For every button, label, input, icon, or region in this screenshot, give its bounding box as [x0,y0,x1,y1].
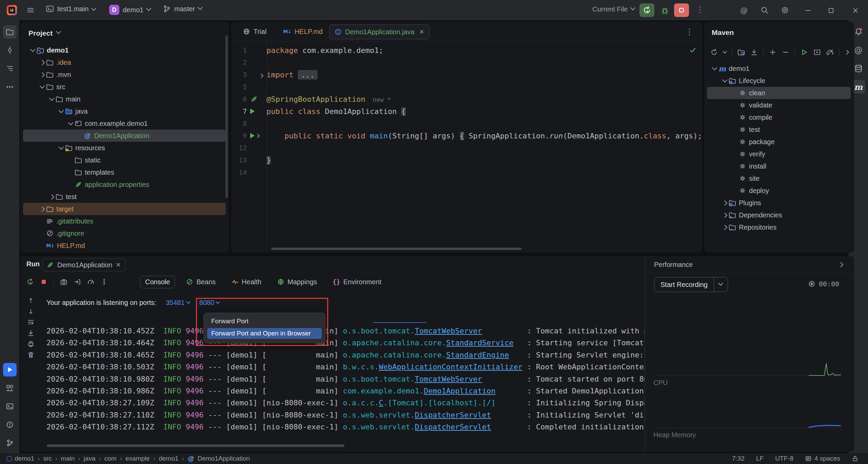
maven-item-plugins[interactable]: Plugins [704,197,761,209]
structure-icon[interactable] [3,62,17,75]
up-icon[interactable]: ↑ [28,297,34,304]
project-scrollbar[interactable] [225,35,228,198]
maven-item-dependencies[interactable]: Dependencies [704,209,782,221]
tab-close-icon[interactable]: ✕ [419,28,424,36]
tree-item-target[interactable]: target [20,203,74,215]
tree-item-demo1application[interactable]: Demo1Application [20,130,149,142]
commit-icon[interactable] [3,43,17,57]
maven-item-clean[interactable]: clean [704,87,765,99]
debug-icon[interactable] [660,6,669,15]
maven-item-repositories[interactable]: Repositories [704,221,776,233]
stop-button[interactable] [674,3,689,17]
add-icon[interactable] [769,49,776,56]
refresh-icon[interactable] [710,49,718,56]
tree-item-resources[interactable]: resources [20,142,105,154]
project-panel-header[interactable]: Project [28,29,60,37]
more-v-icon[interactable]: ⋮ [101,278,107,286]
maven-item-verify[interactable]: verify [704,148,765,160]
reload-projects-icon[interactable] [737,49,745,56]
start-recording-button[interactable]: Start Recording [654,277,728,292]
more-actions-icon[interactable]: ⋮ [696,5,704,14]
breadcrumb-item[interactable]: example [125,455,150,462]
tree-item-help-md[interactable]: M↓HELP.md [20,239,85,252]
execute-goal-icon[interactable] [813,49,821,56]
performance-expand-icon[interactable] [838,262,844,268]
menu-item-forward-port[interactable]: Forward Port [207,316,322,327]
gauge-icon[interactable] [87,278,95,286]
offline-mode-icon[interactable] [826,49,834,56]
close-icon[interactable] [852,7,859,14]
tree-item--gitignore[interactable]: .gitignore [20,227,84,239]
run-widget[interactable]: D demo1 [109,5,151,15]
more-icon[interactable]: ⋯ [3,80,17,94]
breadcrumb-item[interactable]: com [104,455,117,462]
maven-item-lifecycle[interactable]: Lifecycle [704,75,765,87]
maven-item-deploy[interactable]: deploy [704,185,769,197]
services-icon[interactable] [3,381,17,395]
stop-icon[interactable] [40,278,47,286]
tree-item-static[interactable]: static [20,154,101,166]
tree-item-com-example-demo1[interactable]: com.example.demo1 [20,117,148,130]
search-icon[interactable] [761,6,769,14]
breadcrumb-item[interactable]: java [84,455,96,462]
maven-item-compile[interactable]: compile [704,111,772,123]
project-icon[interactable] [3,25,17,39]
play-icon[interactable] [801,49,808,56]
breadcrumb-item[interactable]: demo1 [7,455,34,462]
menu-item-forward-port-open-browser[interactable]: Forward Port and Open in Browser [207,328,322,339]
scroll-end-icon[interactable] [27,329,35,337]
tree-item-java[interactable]: java [20,105,88,117]
tree-item-main[interactable]: main [20,93,80,105]
project-widget[interactable]: test1.main [46,5,96,13]
tree-item-src[interactable]: src [20,81,65,93]
port-link-8080[interactable]: 8080 [199,299,220,307]
maven-item-validate[interactable]: validate [704,99,772,111]
maven-item-test[interactable]: test [704,123,760,136]
console-hscrollbar[interactable] [47,444,344,447]
indent-widget[interactable]: 4 spaces [805,455,840,462]
code-editor[interactable]: 1package com.example.demo1;23import ...5… [231,41,702,253]
breadcrumb-item[interactable]: Demo1Application [188,455,250,462]
settings-icon[interactable] [781,6,789,14]
version-control-icon[interactable] [3,436,17,450]
run-config-selector[interactable]: Current File [592,5,635,13]
maximize-icon[interactable] [827,7,835,14]
tree-item--idea[interactable]: .idea [20,56,71,69]
editor-tab-options-icon[interactable]: ⋮ [685,27,693,37]
rerun-button[interactable] [639,3,654,17]
caret-position[interactable]: 7:32 [732,455,745,462]
chevron-right-icon[interactable] [845,51,848,54]
console-output[interactable]: Your application is listening on ports: … [39,293,645,444]
maven-item-package[interactable]: package [704,136,775,148]
remove-icon[interactable] [782,49,789,56]
breadcrumb-item[interactable]: main [61,455,75,462]
tree-item-application-properties[interactable]: application.properties [20,178,149,191]
encoding[interactable]: UTF-8 [775,455,793,462]
main-menu-icon[interactable] [26,6,35,14]
rerun-icon[interactable] [26,278,34,286]
view-tab-health[interactable]: Health [226,276,266,288]
view-tab-beans[interactable]: Beans [181,276,220,288]
view-tab-mappings[interactable]: Mappings [272,276,322,288]
tree-item-templates[interactable]: templates [20,166,114,178]
maven-item-site[interactable]: site [704,172,760,185]
attach-icon[interactable] [74,278,81,286]
maven-item-install[interactable]: install [704,160,766,172]
download-sources-icon[interactable] [750,49,758,56]
ai-assistant-icon[interactable]: @ [740,6,748,15]
down-icon[interactable]: ↓ [28,308,34,315]
start-recording-dropdown[interactable] [714,277,728,292]
thread-dump-icon[interactable] [60,278,67,286]
problems-icon[interactable] [3,418,17,431]
tab-help-md[interactable]: M↓HELP.md [278,24,328,39]
tab-demo1application-java[interactable]: CDemo1Application.java✕ [329,24,429,39]
terminal-icon[interactable] [3,400,17,413]
port-link-35481[interactable]: 35481 [166,299,190,307]
breadcrumb-item[interactable]: demo1 [159,455,178,462]
softwrap-icon[interactable] [27,318,35,326]
branch-widget[interactable]: master [163,5,202,13]
run-config-tab[interactable]: Demo1Application ✕ [42,258,125,271]
run-icon[interactable] [3,363,17,376]
maven-item-demo1[interactable]: mdemo1 [704,62,749,75]
minimize-icon[interactable] [804,7,812,14]
